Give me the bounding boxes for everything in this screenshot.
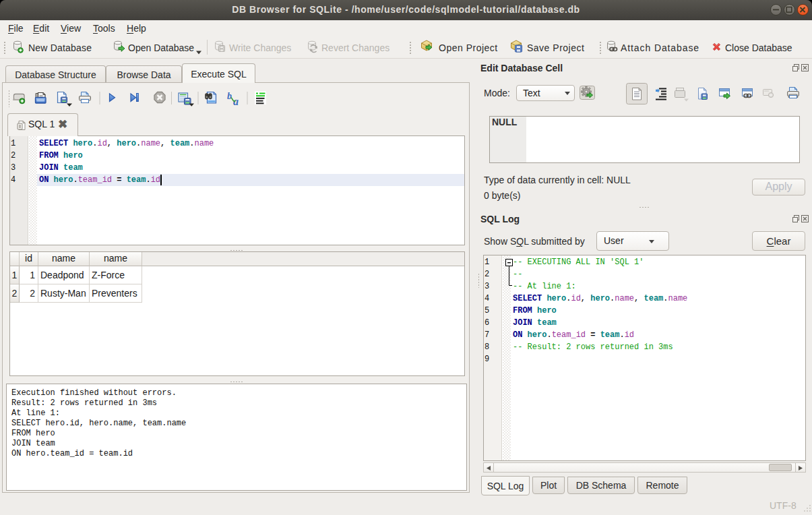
svg-text:a: a: [233, 96, 239, 107]
svg-text:b: b: [227, 91, 232, 101]
